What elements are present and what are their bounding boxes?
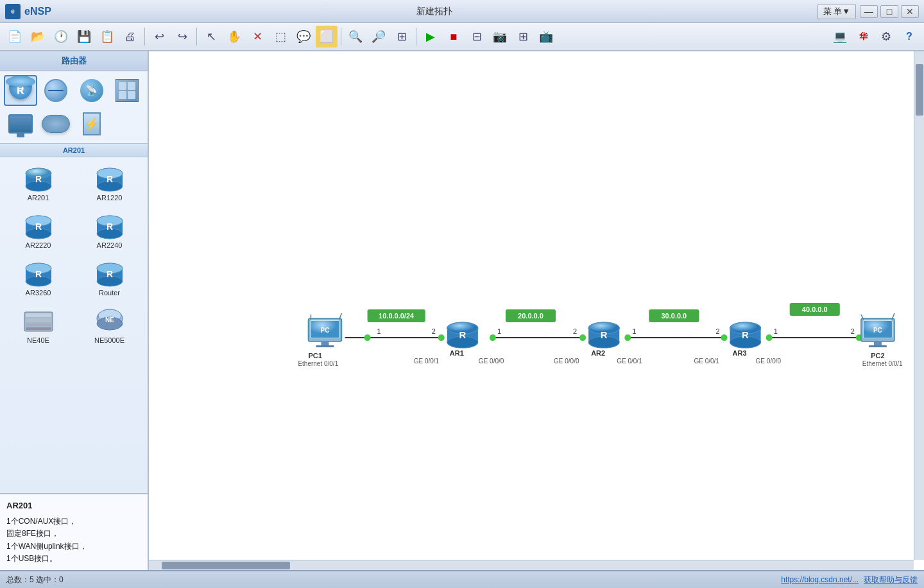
port-num-ar2-r: 1: [632, 327, 636, 335]
port-num-ar3-l: 2: [715, 327, 719, 335]
status-help[interactable]: 获取帮助与反馈: [864, 575, 918, 585]
desc-title: AR201: [6, 499, 141, 513]
close-button[interactable]: ✕: [901, 5, 919, 18]
node-ar1[interactable]: R: [447, 322, 478, 348]
svg-text:R: R: [106, 174, 112, 184]
svg-text:R: R: [35, 221, 41, 232]
node-ar3[interactable]: R: [730, 322, 761, 348]
device-description: AR201 1个CON/AUX接口， 固定8FE接口， 1个WAN侧uplink…: [0, 493, 148, 570]
svg-rect-42: [321, 342, 329, 345]
category-sphere-icon[interactable]: [40, 75, 73, 106]
area-select-button[interactable]: ⬚: [270, 26, 291, 48]
port-num-pc2-l: 2: [851, 327, 855, 335]
canvas-scrollbar-vertical[interactable]: [914, 51, 924, 560]
device-label-ar2240: AR2240: [97, 241, 123, 249]
ar3-port-right: GE 0/0/0: [756, 358, 782, 365]
device-label-ne40e: NE40E: [27, 336, 49, 344]
hand-button[interactable]: ✋: [223, 26, 245, 48]
topology-canvas[interactable]: 10.0.0.0/24 20.0.0.0 30.0.0.0 40.0.0.0 1…: [149, 51, 914, 560]
device-item-ar1220[interactable]: R AR1220: [76, 162, 142, 205]
toolbar-sep-2: [196, 28, 197, 46]
ar1-label: AR1: [450, 349, 464, 357]
stop-button[interactable]: ■: [443, 26, 465, 48]
svg-text:R: R: [459, 329, 466, 340]
logo-icon: e: [5, 4, 21, 19]
category-router-icon[interactable]: R: [4, 75, 37, 106]
canvas-area[interactable]: 10.0.0.0/24 20.0.0.0 30.0.0.0 40.0.0.0 1…: [149, 51, 924, 570]
category-wifi-icon[interactable]: 📡: [75, 75, 108, 106]
open-file-button[interactable]: 📂: [27, 26, 49, 48]
rect-button[interactable]: ⬜: [316, 26, 338, 48]
console-button[interactable]: 💻: [829, 26, 851, 48]
config-button[interactable]: 📺: [535, 26, 557, 48]
ar3-label: AR3: [733, 349, 747, 357]
pause-button[interactable]: ⊟: [466, 26, 488, 48]
svg-text:NE: NE: [105, 316, 114, 324]
device-list-scroll[interactable]: R AR201 R AR1220: [0, 157, 148, 493]
category-zap-icon[interactable]: ⚡: [75, 108, 108, 139]
device-item-ar3260[interactable]: R AR3260: [5, 257, 71, 300]
toolbar-sep-4: [416, 28, 416, 46]
category-cloud-icon[interactable]: [40, 108, 73, 139]
node-ar2[interactable]: R: [588, 322, 619, 348]
svg-rect-43: [316, 345, 334, 347]
port-num-ar2-l: 2: [573, 327, 577, 335]
zoom-in-button[interactable]: 🔍: [345, 26, 366, 48]
category-monitor-icon[interactable]: [4, 108, 37, 139]
select-button[interactable]: ↖: [200, 26, 222, 48]
scroll-thumb-horizontal[interactable]: [162, 562, 290, 569]
topology-button[interactable]: ⊞: [512, 26, 534, 48]
save-button[interactable]: 💾: [73, 26, 95, 48]
device-item-ne5000e[interactable]: NE NE5000E: [76, 305, 142, 347]
ar2-label: AR2: [591, 349, 605, 357]
maximize-button[interactable]: □: [880, 5, 898, 18]
play-button[interactable]: ▶: [420, 26, 441, 48]
node-pc1[interactable]: PC: [308, 313, 341, 347]
capture-button[interactable]: 📷: [489, 26, 511, 48]
undo-button[interactable]: ↩: [148, 26, 170, 48]
node-pc2[interactable]: PC: [861, 313, 894, 347]
help-button[interactable]: ?: [898, 26, 920, 48]
device-item-ar2240[interactable]: R AR2240: [76, 210, 142, 252]
main-area: 路由器 R 📡: [0, 51, 924, 570]
selected-device-label: AR201: [0, 143, 148, 157]
export-button[interactable]: 📋: [96, 26, 118, 48]
dot-ar2-right: [624, 334, 631, 341]
new-file-button[interactable]: 📄: [4, 26, 26, 48]
device-label-ar2220: AR2220: [26, 241, 51, 249]
huawei-button[interactable]: 华: [852, 26, 874, 48]
dot-ar3-left: [721, 334, 727, 341]
svg-rect-32: [26, 318, 51, 322]
toolbar: 📄 📂 🕐 💾 📋 🖨 ↩ ↪ ↖ ✋ ✕ ⬚ 💬 ⬜ 🔍 🔎 ⊞ ▶ ■ ⊟ …: [0, 23, 924, 51]
svg-rect-31: [26, 313, 51, 317]
device-item-router[interactable]: R Router: [76, 257, 142, 300]
menu-button[interactable]: 菜 单▼: [817, 4, 856, 19]
settings-button[interactable]: ⚙: [875, 26, 897, 48]
canvas-scrollbar-horizontal[interactable]: [149, 560, 914, 570]
fit-button[interactable]: ⊞: [391, 26, 413, 48]
device-item-ar201[interactable]: R AR201: [5, 162, 71, 205]
ar1-port-right: GE 0/0/0: [479, 358, 504, 365]
delete-button[interactable]: ✕: [246, 26, 268, 48]
device-label-ar201: AR201: [28, 194, 49, 202]
svg-rect-34: [26, 327, 51, 330]
category-grid-icon[interactable]: [111, 75, 144, 106]
dot-pc1-right: [364, 334, 371, 341]
device-category-grid: R 📡: [0, 71, 148, 143]
device-grid: R AR201 R AR1220: [0, 157, 148, 352]
status-total: 总数：5 选中：0: [6, 575, 64, 585]
device-item-ne40e[interactable]: NE40E: [5, 305, 71, 347]
zoom-out-button[interactable]: 🔎: [368, 26, 389, 48]
device-item-ar2220[interactable]: R AR2220: [5, 210, 71, 252]
svg-text:R: R: [106, 221, 112, 232]
redo-button[interactable]: ↪: [171, 26, 193, 48]
minimize-button[interactable]: —: [860, 5, 878, 18]
window-buttons: — □ ✕: [860, 5, 919, 18]
ar2-port-left: GE 0/0/0: [554, 358, 579, 365]
recent-button[interactable]: 🕐: [50, 26, 72, 48]
print-button[interactable]: 🖨: [119, 26, 141, 48]
text-button[interactable]: 💬: [293, 26, 314, 48]
scroll-thumb-vertical[interactable]: [916, 64, 923, 116]
status-link[interactable]: https://blog.csdn.net/...: [781, 575, 859, 584]
net-label-text-4: 40.0.0.0: [802, 306, 828, 313]
